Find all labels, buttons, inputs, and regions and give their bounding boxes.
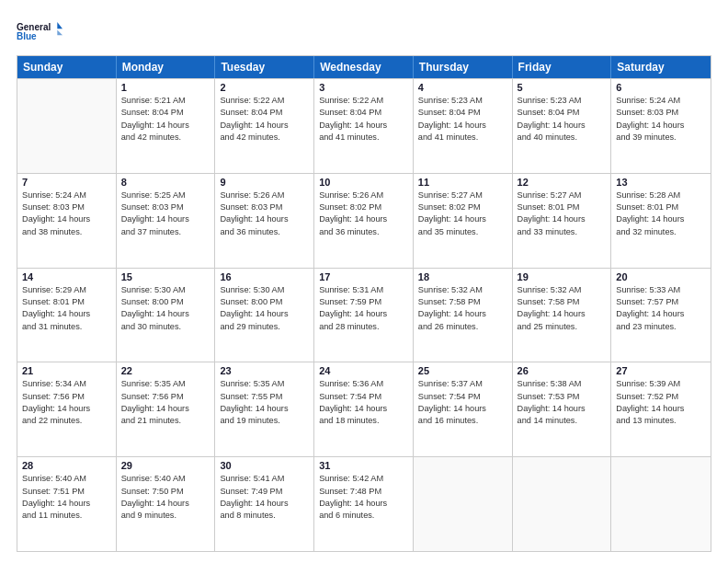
cell-line: and 41 minutes. bbox=[319, 132, 408, 144]
cell-line: Sunset: 8:00 PM bbox=[220, 296, 309, 308]
header-day-saturday: Saturday bbox=[611, 56, 711, 78]
cell-line: Sunset: 8:03 PM bbox=[616, 107, 706, 119]
cell-line: and 30 minutes. bbox=[121, 321, 210, 333]
cell-line: Sunrise: 5:26 AM bbox=[319, 190, 408, 201]
cell-line: and 35 minutes. bbox=[418, 226, 507, 238]
cell-line: Sunset: 7:52 PM bbox=[616, 391, 706, 403]
cal-cell: 4Sunrise: 5:23 AMSunset: 8:04 PMDaylight… bbox=[414, 79, 513, 173]
cell-line: Daylight: 14 hours bbox=[518, 403, 607, 415]
cell-line: Sunrise: 5:23 AM bbox=[418, 95, 507, 107]
day-number: 24 bbox=[319, 365, 408, 376]
cell-line: Sunrise: 5:22 AM bbox=[319, 95, 408, 107]
cell-line: and 23 minutes. bbox=[616, 321, 706, 333]
cal-cell: 23Sunrise: 5:35 AMSunset: 7:55 PMDayligh… bbox=[215, 362, 314, 456]
cell-line: and 8 minutes. bbox=[220, 510, 309, 522]
cell-line: and 39 minutes. bbox=[616, 132, 706, 144]
cell-line: and 13 minutes. bbox=[616, 415, 706, 427]
cell-line: and 42 minutes. bbox=[220, 132, 309, 144]
cell-line: Daylight: 14 hours bbox=[518, 120, 607, 132]
cell-line: Sunrise: 5:21 AM bbox=[121, 95, 210, 107]
cell-line: Daylight: 14 hours bbox=[121, 403, 210, 415]
cell-line: Daylight: 14 hours bbox=[319, 498, 408, 510]
cell-line: Sunset: 8:04 PM bbox=[121, 107, 210, 119]
cell-line: Daylight: 14 hours bbox=[319, 308, 408, 320]
cell-line: and 18 minutes. bbox=[319, 415, 408, 427]
cell-line: Sunset: 8:02 PM bbox=[418, 201, 507, 213]
day-number: 19 bbox=[518, 271, 607, 282]
cell-line: and 6 minutes. bbox=[319, 510, 408, 522]
cell-line: Sunset: 8:02 PM bbox=[319, 201, 408, 213]
cal-cell: 11Sunrise: 5:27 AMSunset: 8:02 PMDayligh… bbox=[414, 174, 513, 268]
day-number: 29 bbox=[121, 460, 210, 471]
logo-svg: General Blue bbox=[17, 15, 63, 48]
cell-line: Sunset: 7:48 PM bbox=[319, 486, 408, 498]
cal-cell: 17Sunrise: 5:31 AMSunset: 7:59 PMDayligh… bbox=[314, 269, 414, 362]
cal-cell: 28Sunrise: 5:40 AMSunset: 7:51 PMDayligh… bbox=[17, 457, 117, 551]
day-number: 13 bbox=[616, 177, 706, 188]
cell-line: Daylight: 14 hours bbox=[418, 403, 507, 415]
svg-marker-3 bbox=[57, 30, 63, 36]
cell-line: Daylight: 14 hours bbox=[616, 403, 706, 415]
cal-cell: 22Sunrise: 5:35 AMSunset: 7:56 PMDayligh… bbox=[117, 362, 216, 456]
cell-line: Sunrise: 5:23 AM bbox=[518, 95, 607, 107]
cal-cell bbox=[513, 457, 612, 551]
cell-line: Sunrise: 5:30 AM bbox=[121, 284, 210, 296]
header-day-tuesday: Tuesday bbox=[215, 56, 314, 78]
calendar: SundayMondayTuesdayWednesdayThursdayFrid… bbox=[17, 55, 711, 552]
cell-line: Sunset: 8:01 PM bbox=[616, 201, 706, 213]
cal-cell: 2Sunrise: 5:22 AMSunset: 8:04 PMDaylight… bbox=[215, 79, 314, 173]
cell-line: Sunset: 8:04 PM bbox=[319, 107, 408, 119]
day-number: 3 bbox=[319, 82, 408, 93]
cell-line: Sunset: 7:51 PM bbox=[22, 486, 111, 498]
day-number: 16 bbox=[220, 271, 309, 282]
cell-line: Daylight: 14 hours bbox=[220, 498, 309, 510]
day-number: 17 bbox=[319, 271, 408, 282]
cal-cell bbox=[611, 457, 711, 551]
cal-cell: 8Sunrise: 5:25 AMSunset: 8:03 PMDaylight… bbox=[117, 174, 216, 268]
header-day-sunday: Sunday bbox=[17, 56, 117, 78]
cal-cell: 15Sunrise: 5:30 AMSunset: 8:00 PMDayligh… bbox=[117, 269, 216, 362]
cell-line: and 21 minutes. bbox=[121, 415, 210, 427]
cell-line: Sunset: 7:50 PM bbox=[121, 486, 210, 498]
cell-line: and 19 minutes. bbox=[220, 415, 309, 427]
calendar-body: 1Sunrise: 5:21 AMSunset: 8:04 PMDaylight… bbox=[17, 78, 711, 551]
cell-line: and 33 minutes. bbox=[518, 226, 607, 238]
cal-cell: 31Sunrise: 5:42 AMSunset: 7:48 PMDayligh… bbox=[314, 457, 414, 551]
cal-cell: 12Sunrise: 5:27 AMSunset: 8:01 PMDayligh… bbox=[513, 174, 612, 268]
cell-line: Sunset: 7:54 PM bbox=[418, 391, 507, 403]
cell-line: Sunset: 7:55 PM bbox=[220, 391, 309, 403]
cell-line: Daylight: 14 hours bbox=[616, 308, 706, 320]
cell-line: Daylight: 14 hours bbox=[22, 213, 111, 225]
cell-line: and 22 minutes. bbox=[22, 415, 111, 427]
cell-line: and 29 minutes. bbox=[220, 321, 309, 333]
cell-line: and 41 minutes. bbox=[418, 132, 507, 144]
cell-line: Sunset: 8:04 PM bbox=[418, 107, 507, 119]
cell-line: Sunrise: 5:26 AM bbox=[220, 190, 309, 201]
cell-line: Sunrise: 5:27 AM bbox=[418, 190, 507, 201]
cal-cell bbox=[17, 79, 117, 173]
header-day-thursday: Thursday bbox=[414, 56, 513, 78]
svg-text:Blue: Blue bbox=[17, 31, 37, 41]
cal-cell: 24Sunrise: 5:36 AMSunset: 7:54 PMDayligh… bbox=[314, 362, 414, 456]
cell-line: Sunset: 8:04 PM bbox=[220, 107, 309, 119]
week-row-4: 21Sunrise: 5:34 AMSunset: 7:56 PMDayligh… bbox=[17, 362, 711, 456]
day-number: 25 bbox=[418, 365, 507, 376]
cell-line: Sunset: 8:03 PM bbox=[121, 201, 210, 213]
week-row-1: 1Sunrise: 5:21 AMSunset: 8:04 PMDaylight… bbox=[17, 78, 711, 173]
cal-cell: 26Sunrise: 5:38 AMSunset: 7:53 PMDayligh… bbox=[513, 362, 612, 456]
day-number: 14 bbox=[22, 271, 111, 282]
day-number: 1 bbox=[121, 82, 210, 93]
cell-line: Sunset: 8:00 PM bbox=[121, 296, 210, 308]
cell-line: Daylight: 14 hours bbox=[319, 213, 408, 225]
header-day-wednesday: Wednesday bbox=[314, 56, 414, 78]
cell-line: Sunrise: 5:41 AM bbox=[220, 473, 309, 485]
cell-line: Daylight: 14 hours bbox=[121, 498, 210, 510]
cell-line: Sunset: 7:59 PM bbox=[319, 296, 408, 308]
cell-line: Sunset: 7:49 PM bbox=[220, 486, 309, 498]
cell-line: Sunrise: 5:40 AM bbox=[121, 473, 210, 485]
cell-line: Sunset: 7:56 PM bbox=[22, 391, 111, 403]
day-number: 15 bbox=[121, 271, 210, 282]
cell-line: and 9 minutes. bbox=[121, 510, 210, 522]
cal-cell: 10Sunrise: 5:26 AMSunset: 8:02 PMDayligh… bbox=[314, 174, 414, 268]
cal-cell bbox=[414, 457, 513, 551]
